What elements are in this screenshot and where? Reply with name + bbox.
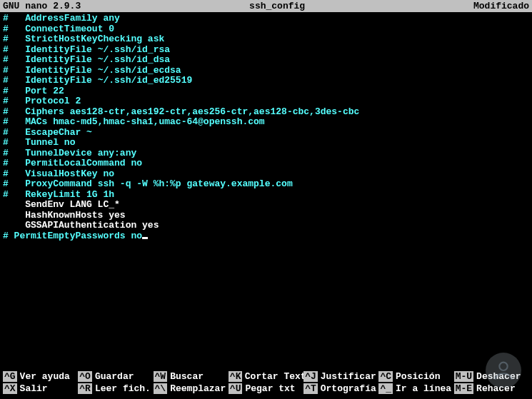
shortcut-key: ^J <box>303 371 318 382</box>
line-text: AddressFamily any <box>9 13 120 24</box>
comment-hash: # <box>3 148 9 158</box>
shortcut-key: ^T <box>303 383 318 394</box>
shortcut-label: Buscar <box>170 371 204 382</box>
editor-line[interactable]: # PermitLocalCommand no <box>3 158 529 169</box>
shortcut-key: ^K <box>229 371 242 382</box>
shortcut-key: ^W <box>154 371 168 382</box>
comment-hash: # <box>3 116 9 127</box>
comment-hash: # <box>3 158 9 168</box>
comment-hash: # <box>3 127 9 138</box>
line-text: IdentityFile ~/.ssh/id_rsa <box>9 44 170 55</box>
line-text: RekeyLimit 1G 1h <box>9 189 114 200</box>
line-text: MACs hmac-md5,hmac-sha1,umac-64@openssh.… <box>9 116 265 127</box>
comment-hash: # <box>3 168 9 179</box>
line-text: PermitLocalCommand no <box>9 158 142 168</box>
modified-status: Modificado <box>473 0 529 12</box>
comment-hash: # <box>3 96 9 106</box>
shortcut-item[interactable]: ^RLeer fich. <box>78 383 153 395</box>
editor-line[interactable]: # VisualHostKey no <box>3 169 529 180</box>
comment-hash: # <box>3 231 9 241</box>
line-text: Tunnel no <box>9 137 76 148</box>
editor-line[interactable]: # TunnelDevice any:any <box>3 148 529 159</box>
comment-hash: # <box>3 24 9 34</box>
comment-hash: # <box>3 65 9 76</box>
shortcut-label: Salir <box>20 383 48 394</box>
editor-line[interactable]: # AddressFamily any <box>3 14 529 24</box>
editor-line[interactable]: # ConnectTimeout 0 <box>3 24 529 35</box>
editor-line[interactable]: # IdentityFile ~/.ssh/id_ed25519 <box>3 76 529 86</box>
comment-hash: # <box>3 106 9 117</box>
editor-line[interactable]: # ProxyCommand ssh -q -W %h:%p gateway.e… <box>3 179 529 190</box>
shortcut-item[interactable]: ^TOrtografía <box>303 383 378 395</box>
shortcut-item[interactable]: ^_Ir a línea <box>378 383 453 395</box>
line-text: PermitEmptyPasswords no <box>9 231 142 241</box>
shortcut-label: Pegar txt <box>245 383 295 394</box>
shortcut-item[interactable]: ^CPosición <box>378 370 453 383</box>
editor-line[interactable]: # PermitEmptyPasswords no <box>3 231 529 242</box>
line-text: HashKnownHosts yes <box>3 210 126 221</box>
shortcut-item[interactable]: M-ERehacer <box>454 383 529 395</box>
shortcut-key: ^X <box>3 383 17 394</box>
shortcut-label: Leer fich. <box>95 383 151 394</box>
editor-line[interactable]: # EscapeChar ~ <box>3 128 529 138</box>
comment-hash: # <box>3 189 9 200</box>
comment-hash: # <box>3 137 9 148</box>
comment-hash: # <box>3 44 9 55</box>
shortcut-key: M-U <box>454 371 473 382</box>
line-text: SendEnv LANG LC_* <box>3 199 120 210</box>
line-text: IdentityFile ~/.ssh/id_ecdsa <box>9 65 181 76</box>
line-text: StrictHostKeyChecking ask <box>9 34 164 44</box>
shortcut-item[interactable]: ^OGuardar <box>78 370 153 383</box>
editor-line[interactable]: SendEnv LANG LC_* <box>3 200 529 211</box>
shortcut-label: Ir a línea <box>396 383 451 394</box>
shortcut-key: ^C <box>378 371 393 382</box>
line-text: VisualHostKey no <box>9 168 114 179</box>
editor-line[interactable]: GSSAPIAuthentication yes <box>3 221 529 231</box>
shortcut-item[interactable]: ^XSalir <box>3 383 78 395</box>
line-text: EscapeChar ~ <box>9 127 92 138</box>
title-bar: GNU nano 2.9.3 ssh_config Modificado <box>0 0 532 12</box>
shortcut-item[interactable]: ^KCortar Text <box>229 370 303 383</box>
shortcut-item[interactable]: ^GVer ayuda <box>3 370 78 383</box>
shortcut-item[interactable]: M-UDeshacer <box>454 370 529 383</box>
comment-hash: # <box>3 13 9 24</box>
line-text: ConnectTimeout 0 <box>9 24 114 34</box>
text-cursor <box>142 237 148 239</box>
shortcut-item[interactable]: ^UPegar txt <box>229 383 303 395</box>
editor-line[interactable]: # IdentityFile ~/.ssh/id_rsa <box>3 45 529 56</box>
editor-line[interactable]: # IdentityFile ~/.ssh/id_ecdsa <box>3 66 529 76</box>
editor-line[interactable]: # Tunnel no <box>3 138 529 148</box>
shortcut-label: Posición <box>396 371 440 382</box>
shortcut-label: Ortografía <box>321 383 376 394</box>
shortcut-key: M-E <box>454 383 473 394</box>
editor-area[interactable]: # AddressFamily any# ConnectTimeout 0# S… <box>0 12 532 241</box>
shortcut-key: ^O <box>78 371 92 382</box>
shortcut-key: ^R <box>78 383 92 394</box>
shortcut-item[interactable]: ^\Reemplazar <box>154 383 229 395</box>
editor-line[interactable]: # Ciphers aes128-ctr,aes192-ctr,aes256-c… <box>3 107 529 118</box>
editor-line[interactable]: # StrictHostKeyChecking ask <box>3 34 529 45</box>
editor-line[interactable]: # MACs hmac-md5,hmac-sha1,umac-64@openss… <box>3 117 529 128</box>
shortcut-label: Justificar <box>321 371 376 382</box>
comment-hash: # <box>3 54 9 65</box>
shortcut-label: Reemplazar <box>170 383 226 394</box>
line-text: IdentityFile ~/.ssh/id_dsa <box>9 54 170 65</box>
shortcut-label: Cortar Text <box>245 371 303 382</box>
editor-line[interactable]: # RekeyLimit 1G 1h <box>3 190 529 201</box>
line-text: TunnelDevice any:any <box>9 148 136 158</box>
comment-hash: # <box>3 86 9 96</box>
line-text: Port 22 <box>9 86 64 96</box>
editor-line[interactable]: # IdentityFile ~/.ssh/id_dsa <box>3 55 529 66</box>
comment-hash: # <box>3 34 9 44</box>
editor-line[interactable]: # Protocol 2 <box>3 96 529 107</box>
shortcut-key: ^_ <box>378 383 393 394</box>
shortcut-item[interactable]: ^WBuscar <box>154 370 229 383</box>
editor-line[interactable]: # Port 22 <box>3 86 529 97</box>
editor-line[interactable]: HashKnownHosts yes <box>3 211 529 221</box>
shortcut-key: ^G <box>3 371 17 382</box>
shortcut-label: Rehacer <box>476 383 516 394</box>
shortcut-item[interactable]: ^JJustificar <box>303 370 378 383</box>
line-text: GSSAPIAuthentication yes <box>3 220 159 231</box>
shortcut-key: ^U <box>229 383 243 394</box>
line-text: ProxyCommand ssh -q -W %h:%p gateway.exa… <box>9 178 293 189</box>
